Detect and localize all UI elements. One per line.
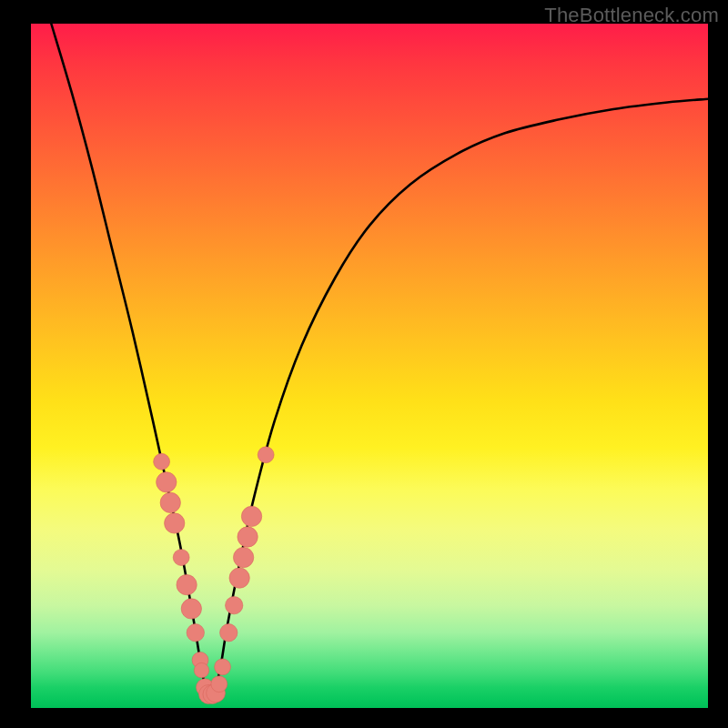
chart-frame: TheBottleneck.com xyxy=(0,0,728,728)
watermark-text: TheBottleneck.com xyxy=(544,4,719,27)
plot-background-gradient xyxy=(31,24,708,708)
